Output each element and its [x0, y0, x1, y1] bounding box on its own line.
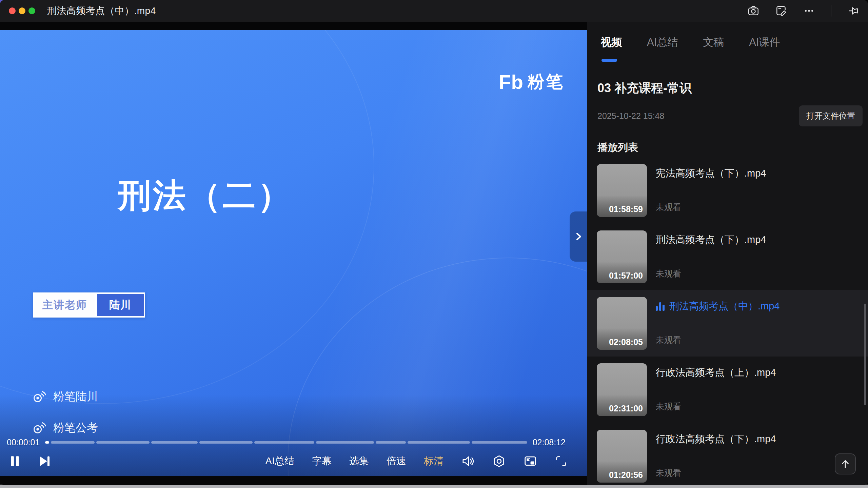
minimize-window-button[interactable]	[19, 7, 25, 14]
current-time: 00:00:01	[7, 438, 40, 447]
video-thumbnail[interactable]: 01:58:59	[597, 164, 647, 217]
video-thumbnail[interactable]: 01:20:56	[597, 430, 647, 483]
sidebar-tab[interactable]: 视频	[601, 35, 622, 62]
course-title: 03 补充课程-常识	[597, 80, 859, 97]
weibo-account: 粉笔陆川	[32, 389, 98, 404]
snapshot-hexagon-icon[interactable]	[492, 454, 506, 468]
teacher-badge: 主讲老师 陆川	[33, 292, 145, 318]
subtitles-button[interactable]: 字幕	[312, 454, 332, 468]
playlist-item[interactable]: 01:58:59 宪法高频考点（下）.mp4 未观看	[587, 157, 868, 224]
video-duration: 01:58:59	[597, 196, 647, 217]
picture-in-picture-icon[interactable]	[524, 454, 537, 468]
pin-on-top-icon[interactable]	[847, 5, 859, 17]
now-playing-icon	[656, 302, 665, 311]
ai-summary-button[interactable]: AI总结	[265, 454, 294, 468]
teacher-label: 主讲老师	[34, 294, 95, 316]
video-thumbnail[interactable]: 02:08:05	[597, 297, 647, 350]
video-title: 刑法高频考点（下）.mp4	[656, 233, 766, 247]
sidebar-tab[interactable]: AI总结	[647, 35, 678, 62]
volume-icon[interactable]	[461, 454, 475, 468]
video-title: 宪法高频考点（下）.mp4	[656, 167, 766, 180]
progress-bar[interactable]	[45, 441, 527, 444]
video-title: 刑法高频考点（中）.mp4	[669, 300, 780, 313]
scrollbar-thumb[interactable]	[864, 304, 866, 405]
video-canvas[interactable]: Fb 粉笔 刑法（二） 主讲老师 陆川 粉笔陆川 粉笔公考	[0, 30, 587, 476]
fenbi-logo-mark: Fb	[499, 70, 524, 93]
watch-status: 未观看	[656, 268, 859, 279]
chevron-right-icon	[573, 231, 584, 242]
sidebar-tab[interactable]: AI课件	[749, 35, 780, 62]
zoom-window-button[interactable]	[28, 7, 35, 14]
window-title: 刑法高频考点（中）.mp4	[47, 4, 156, 17]
weibo-account: 粉笔公考	[32, 420, 98, 435]
fullscreen-icon[interactable]	[555, 455, 568, 468]
sidebar-tab[interactable]: 文稿	[703, 35, 724, 62]
fenbi-logo-text: 粉笔	[528, 70, 564, 93]
scroll-to-top-button[interactable]	[835, 453, 856, 474]
weibo-icon	[32, 390, 46, 404]
weibo-handle: 粉笔陆川	[53, 389, 98, 404]
weibo-handle: 粉笔公考	[53, 420, 98, 435]
more-options-icon[interactable]	[803, 5, 815, 17]
screenshot-camera-icon[interactable]	[747, 5, 760, 17]
video-title: 行政法高频考点（下）.mp4	[656, 432, 776, 446]
watch-status: 未观看	[656, 334, 859, 346]
file-date: 2025-10-22 15:48	[597, 111, 664, 121]
notes-edit-icon[interactable]	[775, 5, 787, 17]
close-window-button[interactable]	[9, 7, 16, 14]
pause-button[interactable]	[9, 455, 21, 467]
video-title: 行政法高频考点（上）.mp4	[656, 366, 776, 380]
player-area: Fb 粉笔 刑法（二） 主讲老师 陆川 粉笔陆川 粉笔公考	[0, 22, 587, 485]
watch-status: 未观看	[656, 467, 859, 479]
sidebar: 视频 AI总结 文稿 AI课件 03 补充课程-常识	[587, 22, 868, 485]
titlebar-divider	[831, 5, 831, 17]
playlist-header: 播放列表	[597, 141, 868, 155]
fenbi-logo: Fb 粉笔	[499, 70, 564, 93]
sidebar-tabs: 视频 AI总结 文稿 AI课件	[587, 35, 868, 62]
arrow-up-icon	[839, 458, 851, 470]
weibo-icon	[32, 421, 46, 435]
slide-title: 刑法（二）	[118, 174, 293, 218]
playlist-item[interactable]: 01:57:00 刑法高频考点（下）.mp4 未观看	[587, 224, 868, 290]
watch-status: 未观看	[656, 202, 859, 213]
episodes-button[interactable]: 选集	[349, 454, 369, 468]
watch-status: 未观看	[656, 401, 859, 412]
playlist-item[interactable]: 02:08:05 刑法高频考点（中）.mp4 未观看	[587, 290, 868, 357]
quality-button[interactable]: 标清	[424, 454, 443, 468]
titlebar: 刑法高频考点（中）.mp4	[0, 0, 868, 22]
collapse-sidebar-handle[interactable]	[570, 211, 587, 262]
video-duration: 02:08:05	[597, 328, 647, 350]
video-thumbnail[interactable]: 01:57:00	[597, 230, 647, 283]
total-duration: 02:08:12	[533, 438, 566, 447]
video-duration: 02:31:00	[597, 395, 647, 416]
playlist-item[interactable]: 02:31:00 行政法高频考点（上）.mp4 未观看	[587, 357, 868, 423]
next-track-button[interactable]	[38, 455, 51, 468]
video-duration: 01:20:56	[597, 461, 647, 483]
playlist: 01:58:59 宪法高频考点（下）.mp4 未观看	[587, 157, 868, 485]
teacher-name: 陆川	[97, 294, 144, 316]
app-window: 刑法高频考点（中）.mp4 Fb	[0, 0, 868, 485]
playlist-item[interactable]: 01:20:56 行政法高频考点（下）.mp4 未观看	[587, 423, 868, 485]
open-file-location-button[interactable]: 打开文件位置	[799, 105, 863, 126]
video-duration: 01:57:00	[597, 262, 647, 283]
video-thumbnail[interactable]: 02:31:00	[597, 363, 647, 416]
playback-speed-button[interactable]: 倍速	[387, 454, 406, 468]
